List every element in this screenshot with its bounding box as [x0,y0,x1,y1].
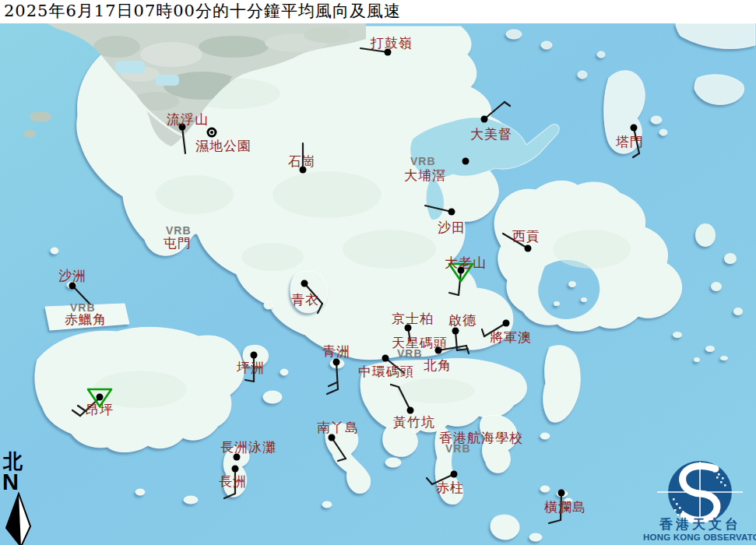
wind-barb [182,127,185,153]
station-marker [458,267,465,274]
wind-barb [459,272,461,295]
hko-logo-chinese: 香港天文台 [659,515,741,533]
station-marker [451,471,458,478]
station-marker [97,394,104,401]
station-marker [329,434,336,441]
wind-barb [304,283,322,304]
wind-barb [360,48,388,52]
station-marker [385,49,392,56]
north-compass: 北 N [2,452,36,545]
wind-barb [78,406,86,411]
wind-barb [385,358,404,373]
station-marker [179,124,186,131]
wind-barb [399,387,410,410]
station-marker [525,245,532,252]
station-marker [301,280,308,287]
station-marker [631,125,638,132]
wind-barb [484,323,506,336]
station-marker [69,283,76,290]
wind-barb [245,380,254,382]
wind-barb [338,459,346,461]
compass-needle-icon [3,492,34,545]
wind-barb [72,410,80,416]
station-marker [234,454,241,461]
wind-barb [561,493,561,520]
hko-logo: 香港天文台 HONG KONG OBSERVATORY [643,458,756,545]
wind-barb [633,153,639,157]
station-marker [452,328,459,335]
wind-barb [425,206,452,212]
station-marker [407,407,414,414]
station-marker [503,320,510,327]
map-title: 2025年6月17日07時00分的十分鐘平均風向及風速 [0,0,756,23]
wind-barb [549,520,561,523]
wind-barb [318,304,322,313]
station-marker [382,355,389,362]
wind-barb [457,349,468,350]
wind-barb [327,389,338,394]
station-marker [300,167,307,174]
station-marker [462,158,469,165]
station-marker [251,352,258,359]
station-marker [448,209,455,216]
wind-barb [482,329,484,336]
wind-barb [505,102,510,106]
wind-map-page: 打鼓嶺流浮山濕地公園石崗大美督塔門大埔滘VRB沙田西貢大老山屯門VRB沙洲赤鱲角… [0,0,756,545]
hko-logo-english: HONG KONG OBSERVATORY [643,533,756,542]
wind-barb [503,234,528,248]
station-marker [232,466,239,473]
wind-barb [449,293,459,295]
calm-marker-center [210,131,213,134]
wind-barb [634,128,639,153]
station-marker [481,116,488,123]
wind-barb [484,102,505,119]
station-marker [435,347,442,354]
wind-barb [427,478,432,484]
wind-barb [466,346,469,353]
wind-barb [332,438,346,459]
station-marker [405,325,412,332]
wind-barb [432,474,454,484]
wind-barb [72,286,90,304]
wind-barb [224,494,235,498]
station-marker [333,359,340,366]
station-marker [558,490,565,497]
wind-barb [336,362,338,389]
wind-barb [329,382,337,386]
compass-north-letter: N [2,472,36,492]
wind-barb [391,385,399,387]
